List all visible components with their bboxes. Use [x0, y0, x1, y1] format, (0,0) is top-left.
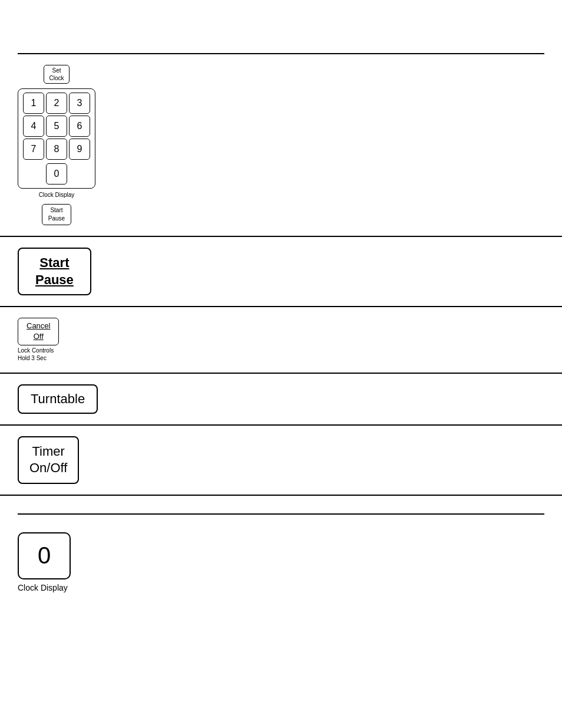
cancel-panel: Cancel Off Lock Controls Hold 3 Sec	[18, 318, 59, 361]
keypad-section: SetClock 1 2 3 4 5 6 7 8 9 0	[0, 54, 562, 237]
key-5[interactable]: 5	[46, 116, 67, 137]
bottom-section: 0 Clock Display	[0, 496, 562, 610]
lock-controls-label: Lock Controls Hold 3 Sec	[18, 347, 54, 362]
lock-line1: Lock Controls	[18, 347, 54, 354]
key-1[interactable]: 1	[23, 93, 44, 114]
bottom-rule	[18, 513, 544, 515]
key-4[interactable]: 4	[23, 116, 44, 137]
key-0[interactable]: 0	[46, 163, 67, 185]
start-pause-button[interactable]: Start Pause	[18, 248, 91, 295]
timer-line1: Timer	[32, 444, 65, 459]
numpad-row-1: 1 2 3	[23, 93, 90, 114]
cancel-section: Cancel Off Lock Controls Hold 3 Sec	[0, 307, 562, 373]
key-3[interactable]: 3	[69, 93, 90, 114]
key-7[interactable]: 7	[23, 139, 44, 160]
start-pause-small-button[interactable]: StartPause	[42, 204, 71, 225]
keypad-clock-display-label: Clock Display	[39, 192, 75, 198]
turntable-button[interactable]: Turntable	[18, 384, 98, 414]
timer-line2: On/Off	[29, 460, 67, 475]
turntable-section: Turntable	[0, 374, 562, 426]
numpad: 1 2 3 4 5 6 7 8 9 0	[18, 88, 95, 189]
cancel-line2: Off	[34, 332, 44, 341]
numpad-row-2: 4 5 6	[23, 116, 90, 137]
key-6[interactable]: 6	[69, 116, 90, 137]
start-pause-line2: Pause	[35, 272, 74, 287]
start-pause-line1: Start	[39, 255, 69, 270]
cancel-line1: Cancel	[27, 321, 50, 330]
large-zero-button[interactable]: 0	[18, 532, 71, 579]
key-9[interactable]: 9	[69, 139, 90, 160]
key-8[interactable]: 8	[46, 139, 67, 160]
cancel-off-button[interactable]: Cancel Off	[18, 318, 59, 345]
numpad-zero-row: 0	[23, 163, 90, 185]
page: SetClock 1 2 3 4 5 6 7 8 9 0	[0, 0, 562, 728]
lock-line2: Hold 3 Sec	[18, 355, 47, 361]
timer-button[interactable]: Timer On/Off	[18, 436, 79, 484]
start-pause-section: Start Pause	[0, 237, 562, 307]
timer-section: Timer On/Off	[0, 426, 562, 496]
clock-display-large-label: Clock Display	[18, 583, 68, 592]
set-clock-button[interactable]: SetClock	[44, 65, 69, 84]
keypad-panel: SetClock 1 2 3 4 5 6 7 8 9 0	[18, 65, 95, 225]
key-2[interactable]: 2	[46, 93, 67, 114]
numpad-row-3: 7 8 9	[23, 139, 90, 160]
